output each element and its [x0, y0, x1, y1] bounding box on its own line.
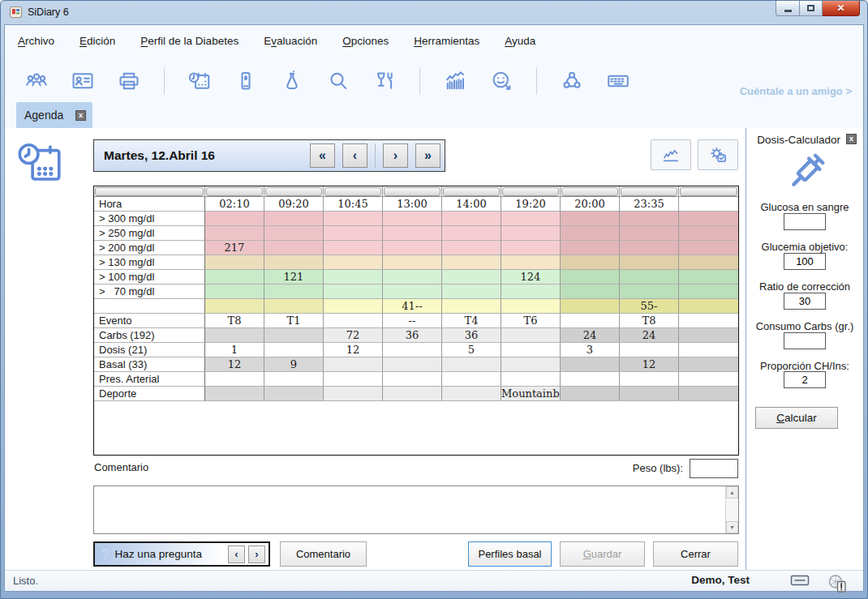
grid-cell[interactable]: [561, 226, 620, 241]
grid-cell[interactable]: 36: [442, 328, 501, 343]
grid-cell[interactable]: [264, 387, 324, 401]
grid-cell[interactable]: [501, 285, 561, 299]
grid-cell[interactable]: 24: [561, 328, 620, 343]
scroll-up-icon[interactable]: ▲: [726, 486, 738, 498]
grid-cell[interactable]: [501, 372, 561, 387]
grid-settings-button[interactable]: [698, 139, 738, 170]
grid-cell[interactable]: [620, 285, 679, 299]
menu-item-herramientas[interactable]: Herramientas: [412, 32, 481, 49]
time-header-cell[interactable]: 20:00: [561, 197, 620, 212]
share-button[interactable]: [558, 67, 586, 95]
grid-cell[interactable]: [561, 212, 620, 226]
patients-button[interactable]: [23, 67, 50, 95]
grid-cell[interactable]: [679, 357, 738, 372]
grid-cell[interactable]: [501, 226, 561, 241]
correction-ratio-input[interactable]: [784, 293, 826, 310]
grid-cell[interactable]: [324, 372, 383, 387]
grid-cell[interactable]: [205, 226, 264, 241]
grid-cell[interactable]: [205, 387, 264, 401]
grid-cell[interactable]: [501, 328, 561, 343]
menu-item-evaluacion[interactable]: Evaluación: [262, 32, 319, 49]
grid-cell[interactable]: [679, 255, 738, 270]
grid-cell[interactable]: [501, 255, 561, 270]
grid-cell[interactable]: 55-: [620, 299, 679, 314]
grid-cell[interactable]: [383, 241, 442, 255]
grid-cell[interactable]: [561, 387, 620, 401]
column-header-button[interactable]: [501, 186, 561, 197]
grid-cell[interactable]: [561, 314, 620, 328]
grid-cell[interactable]: [324, 357, 383, 372]
date-nav-forward-button[interactable]: ›: [383, 143, 408, 168]
grid-cell[interactable]: Mountainbike: [501, 387, 561, 401]
grid-cell[interactable]: [561, 255, 620, 270]
grid-cell[interactable]: [442, 285, 501, 299]
grid-cell[interactable]: [264, 241, 324, 255]
column-header-button[interactable]: [324, 186, 383, 197]
target-glucose-input[interactable]: [784, 253, 826, 270]
column-header-button[interactable]: [205, 186, 264, 197]
grid-cell[interactable]: [501, 241, 561, 255]
grid-cell[interactable]: [205, 285, 264, 299]
statistics-button[interactable]: [441, 67, 469, 95]
lab-button[interactable]: [278, 67, 306, 95]
time-header-cell[interactable]: 19:20: [501, 197, 561, 212]
grid-cell[interactable]: --: [383, 314, 442, 328]
print-button[interactable]: [115, 67, 143, 95]
grid-cell[interactable]: [383, 387, 442, 401]
grid-cell[interactable]: [264, 226, 324, 241]
menu-item-ayuda[interactable]: Ayuda: [503, 32, 537, 49]
grid-cell[interactable]: [205, 299, 264, 314]
grid-cell[interactable]: 3: [561, 343, 620, 357]
grid-cell[interactable]: [679, 299, 738, 314]
close-button[interactable]: ✕: [823, 1, 860, 16]
grid-cell[interactable]: [383, 212, 442, 226]
time-header-cell[interactable]: 10:45: [324, 197, 383, 212]
grid-cell[interactable]: [679, 241, 738, 255]
calculate-button[interactable]: Calcular: [755, 407, 838, 429]
grid-cell[interactable]: [679, 343, 738, 357]
grid-cell[interactable]: [679, 270, 738, 285]
grid-cell[interactable]: [442, 241, 501, 255]
column-header-button[interactable]: [561, 186, 620, 197]
grid-cell[interactable]: [679, 212, 738, 226]
grid-cell[interactable]: [620, 270, 679, 285]
grid-cell[interactable]: [679, 387, 738, 401]
time-header-cell[interactable]: [679, 197, 738, 212]
panel-close-icon[interactable]: x: [846, 134, 857, 144]
grid-cell[interactable]: [383, 255, 442, 270]
glucose-meter-button[interactable]: [232, 67, 260, 95]
grid-cell[interactable]: T8: [205, 314, 264, 328]
grid-cell[interactable]: [620, 343, 679, 357]
comment-textarea[interactable]: [94, 486, 725, 533]
date-nav-fast-forward-button[interactable]: »: [415, 143, 440, 168]
basal-profiles-button[interactable]: Perfiles basal: [468, 541, 552, 567]
grid-cell[interactable]: 9: [264, 357, 324, 372]
grid-cell[interactable]: [442, 255, 501, 270]
grid-cell[interactable]: [620, 372, 679, 387]
question-back-button[interactable]: ‹: [228, 546, 245, 563]
keyboard-status-icon[interactable]: [790, 574, 810, 586]
grid-cell[interactable]: [561, 241, 620, 255]
title-bar[interactable]: SiDiary 6 ✕: [1, 1, 867, 24]
close-dialog-button[interactable]: Cerrar: [653, 541, 738, 567]
keyboard-button[interactable]: [604, 67, 632, 95]
grid-cell[interactable]: T4: [442, 314, 501, 328]
trend-chart-button[interactable]: [651, 139, 691, 170]
ch-ins-ratio-input[interactable]: [784, 371, 826, 388]
time-header-cell[interactable]: 13:00: [383, 197, 442, 212]
grid-cell[interactable]: 12: [205, 357, 264, 372]
wellbeing-button[interactable]: [488, 67, 515, 95]
grid-cell[interactable]: [679, 285, 738, 299]
grid-cell[interactable]: [561, 357, 620, 372]
grid-cell[interactable]: [324, 212, 383, 226]
grid-cell[interactable]: [324, 387, 383, 401]
sync-alert-icon[interactable]: [827, 574, 849, 593]
grid-cell[interactable]: [383, 372, 442, 387]
grid-cell[interactable]: [561, 299, 620, 314]
grid-cell[interactable]: [442, 226, 501, 241]
grid-cell[interactable]: [501, 343, 561, 357]
tell-a-friend-link[interactable]: Cuéntale a un amigo >: [740, 85, 852, 97]
grid-cell[interactable]: 1: [205, 343, 264, 357]
column-header-button[interactable]: [679, 186, 738, 197]
grid-cell[interactable]: [501, 357, 561, 372]
